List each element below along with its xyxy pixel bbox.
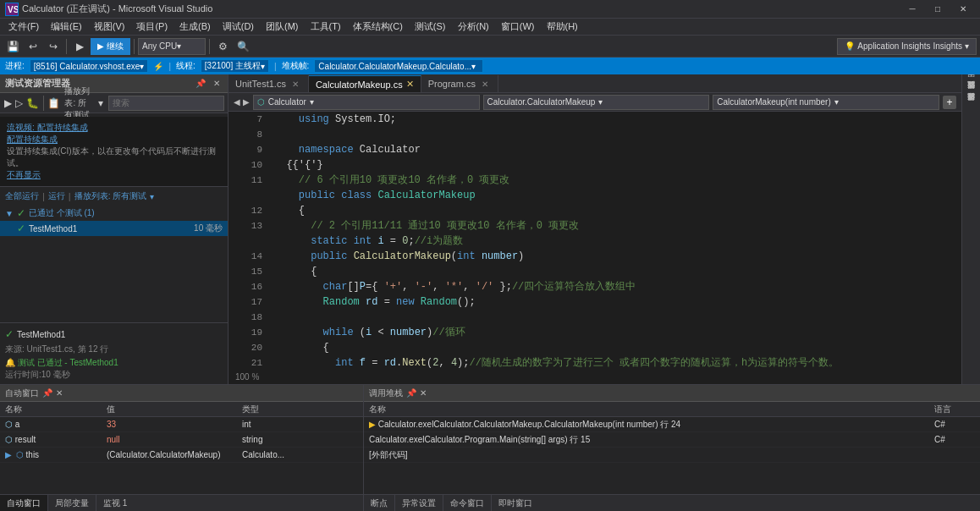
expand-this-icon[interactable]: ▶ [5, 450, 12, 459]
tab-watch1[interactable]: 监视 1 [96, 495, 134, 511]
cs-row-3[interactable]: [外部代码] [364, 448, 980, 463]
playlist-drop[interactable]: ▾ [150, 192, 154, 201]
method-nav-dropdown[interactable]: CalculatorMakeup(int number) ▾ [713, 95, 939, 110]
playlist-button[interactable]: 📋 [47, 94, 61, 113]
auto-window-col-headers: 名称 值 类型 [0, 402, 363, 417]
editor-navbar: ◀ ▶ ⬡ Calculator ▾ Calculator.Calculator… [228, 93, 961, 112]
tab-exceptions[interactable]: 异常设置 [395, 495, 443, 511]
debug-test-button[interactable]: 🐛 [25, 94, 40, 113]
close-panel-icon[interactable]: ✕ [211, 78, 223, 89]
tab-program-close[interactable]: ✕ [479, 78, 491, 90]
redo-button[interactable]: ↪ [44, 37, 63, 56]
tab-immediate[interactable]: 即时窗口 [492, 495, 539, 511]
run-selected-label[interactable]: 运行 [48, 190, 65, 202]
thread-label: 线程: [176, 60, 195, 72]
passed-section-header[interactable]: ▼ ✓ 已通过 个测试 (1) [0, 206, 228, 221]
team-explorer-tab[interactable]: 团队资源管理器 [963, 90, 979, 100]
member-nav-dropdown[interactable]: Calculator.CalculatorMakeup ▾ [483, 95, 710, 110]
close-button[interactable]: ✕ [951, 0, 975, 19]
cpu-selector[interactable]: Any CPU ▾ [138, 38, 206, 55]
pin-auto-icon[interactable]: 📌 [42, 388, 52, 398]
svg-text:VS: VS [8, 5, 18, 14]
tab-bar: UnitTest1.cs ✕ CalculatorMakeup.cs ✕ Pro… [228, 74, 961, 93]
maximize-button[interactable]: □ [926, 0, 950, 19]
dismiss-button[interactable]: 不再显示 [7, 170, 41, 179]
test-method-1[interactable]: ✓ TestMethod1 10 毫秒 [0, 221, 228, 236]
search-button[interactable]: 🔍 [234, 37, 252, 56]
playlist-text[interactable]: 播放列表: 所有测试 [74, 190, 147, 202]
stack-selector[interactable]: Calculator.CalculatorMakeup.Calculato...… [314, 59, 483, 73]
close-auto-icon[interactable]: ✕ [56, 388, 63, 398]
auto-row-a-type: int [237, 420, 363, 429]
tab-breakpoints[interactable]: 断点 [364, 495, 395, 511]
auto-row-this-value: (Calculator.CalculatorMakeup) [102, 450, 237, 459]
continue-button[interactable]: ▶ 继续 [91, 38, 130, 55]
method-nav-chevron: ▾ [834, 97, 839, 107]
menu-item-v[interactable]: 视图(V) [89, 19, 130, 35]
pin-tab[interactable]: 固定 [963, 78, 979, 88]
playlist-chevron[interactable]: ▾ [96, 94, 105, 113]
menu-item-f[interactable]: 文件(F) [3, 19, 44, 35]
auto-row-this[interactable]: ▶ ⬡ this (Calculator.CalculatorMakeup) C… [0, 448, 363, 463]
auto-row-a[interactable]: ⬡ a 33 int [0, 417, 363, 432]
stack-chevron: ▾ [471, 62, 476, 71]
continue-icon: ▶ [97, 41, 104, 51]
run-all-tests-button[interactable]: ▶ [3, 94, 13, 113]
nav-arrows[interactable]: ◀ ▶ [234, 97, 250, 107]
menu-item-h[interactable]: 帮助(H) [542, 19, 583, 35]
save-button[interactable]: 💾 [3, 37, 22, 56]
pin-icon[interactable]: 📌 [193, 78, 208, 89]
menu-item-w[interactable]: 窗口(W) [496, 19, 540, 35]
application-insights-button[interactable]: 💡 Application Insights Insights ▾ [837, 38, 977, 55]
cs-col-name: 名称 [364, 404, 929, 415]
cs-row-1[interactable]: ▶ Calculator.exelCalculator.CalculatorMa… [364, 417, 980, 432]
server-explorer-tab[interactable]: 服务器资源管理器 [963, 102, 979, 112]
member-nav-chevron: ▾ [598, 97, 603, 107]
test-duration: 10 毫秒 [194, 223, 223, 234]
code-line-21: 21 int f = rd.Next(2, 4);//随机生成的数字为了进行三个… [228, 355, 961, 369]
menu-item-b[interactable]: 生成(B) [174, 19, 216, 35]
stream-link[interactable]: 流视频: 配置持续集成 [7, 123, 88, 132]
configure-ci-link[interactable]: 配置持续集成 [7, 135, 58, 144]
window-title: Calculator (正在调试) - Microsoft Visual Stu… [22, 3, 900, 15]
class-nav-dropdown[interactable]: ⬡ Calculator ▾ [253, 95, 480, 110]
titlebar: VS Calculator (正在调试) - Microsoft Visual … [0, 0, 980, 19]
menu-item-d[interactable]: 调试(D) [217, 19, 259, 35]
settings-button[interactable]: ⚙ [213, 37, 232, 56]
call-stack-col-headers: 名称 语言 [364, 402, 980, 417]
run-selected-button[interactable]: ▷ [14, 94, 24, 113]
menu-item-c[interactable]: 体系结构(C) [348, 19, 408, 35]
cs-row-2[interactable]: Calculator.exelCalculator.Program.Main(s… [364, 432, 980, 448]
tab-unittest1[interactable]: UnitTest1.cs ✕ [228, 75, 309, 92]
run-all-button[interactable]: 全部运行 [5, 190, 39, 202]
tab-calculatormakeup[interactable]: CalculatorMakeup.cs ✕ [309, 75, 421, 92]
close-callstack-icon[interactable]: ✕ [420, 388, 427, 398]
undo-button[interactable]: ↩ [24, 37, 42, 56]
tab-unittest1-close[interactable]: ✕ [289, 78, 301, 90]
menu-item-n[interactable]: 分析(N) [453, 19, 494, 35]
tab-command[interactable]: 命令窗口 [443, 495, 492, 511]
pin-callstack-icon[interactable]: 📌 [406, 388, 416, 398]
process-selector[interactable]: [8516] Calculator.vshost.exe ▾ [30, 59, 149, 73]
minimize-button[interactable]: ─ [900, 0, 924, 19]
thread-selector[interactable]: [32100] 主线程 ▾ [201, 59, 269, 73]
code-line-13b: static int i = 0;//i为题数 [228, 234, 961, 249]
tab-program[interactable]: Program.cs ✕ [421, 75, 498, 92]
auto-row-result[interactable]: ⬡ result null string [0, 432, 363, 448]
run-separator: | [42, 191, 45, 201]
start-debug-button[interactable]: ▶ [70, 37, 89, 56]
tab-calculatormakeup-label: CalculatorMakeup.cs [316, 80, 403, 90]
code-editor[interactable]: 7 using System.IO; 8 9 namespace Calcula… [228, 112, 961, 369]
menu-item-e[interactable]: 编辑(E) [46, 19, 87, 35]
menu-item-p[interactable]: 项目(P) [131, 19, 173, 35]
col-name: 名称 [0, 404, 102, 415]
auto-row-a-value: 33 [102, 420, 237, 429]
menu-item-t[interactable]: 工具(T) [306, 19, 346, 35]
code-line-7: 7 using System.IO; [228, 112, 961, 127]
menu-item-s[interactable]: 测试(S) [410, 19, 451, 35]
add-watch-button[interactable]: + [943, 96, 956, 109]
tab-locals[interactable]: 局部变量 [48, 495, 96, 511]
test-search-input[interactable] [108, 96, 224, 111]
tab-auto[interactable]: 自动窗口 [0, 495, 48, 511]
menu-item-m[interactable]: 团队(M) [261, 19, 304, 35]
